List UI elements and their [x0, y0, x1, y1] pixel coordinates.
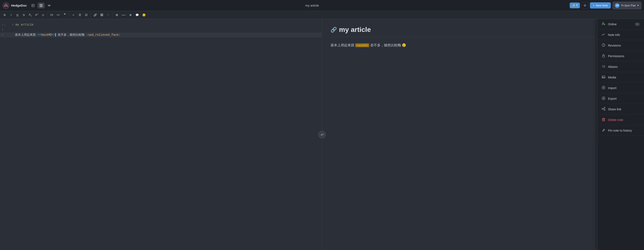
image-button[interactable]: 🖼 — [99, 12, 105, 17]
strikethrough-button[interactable]: S — [21, 12, 27, 17]
chevron-down-icon: ▼ — [637, 4, 639, 6]
hedgedoc-logo-icon — [2, 2, 9, 9]
import-label: Import — [608, 86, 640, 90]
delete-note-label: Delete note — [608, 118, 640, 122]
dropdown-menu: Online 1 Note info Revisions Permissions — [597, 19, 644, 250]
heading-text: my article — [16, 23, 34, 26]
sync-icon: ⇄ — [321, 132, 324, 136]
comment-button[interactable]: 💬 — [134, 12, 140, 17]
highlight-button[interactable]: ◇ — [40, 12, 46, 17]
svg-point-1 — [5, 5, 6, 6]
export-icon — [602, 96, 606, 101]
aliases-label: Aliases — [608, 65, 640, 68]
editor-content[interactable]: 1 ∨ # my article 2 3 基本上用 — [0, 19, 322, 250]
superscript-button[interactable]: A2 — [34, 12, 40, 17]
menu-item-revisions[interactable]: Revisions — [597, 40, 644, 51]
logo-area: HedgeDoc — [2, 2, 27, 9]
italic-button[interactable]: I — [8, 12, 14, 17]
line-content-3: 基本上用起來跟 ==HackMD== 差不多，雖然比較醜 :sad_reliev… — [10, 32, 320, 38]
toolbar-separator-3 — [90, 13, 91, 17]
line-number-1: 1 ∨ — [2, 22, 10, 27]
settings-button[interactable]: ⚙ — [582, 2, 588, 9]
preview-pane: 🔗 my article 基本上用起來跟 HackMD 差不多，雖然比較醜 😢 — [322, 19, 644, 250]
media-label: Media — [608, 76, 640, 79]
gear-icon: ⚙ — [584, 3, 586, 7]
editor-pane: 1 ∨ # my article 2 3 基本上用 — [0, 19, 322, 250]
svg-point-19 — [604, 110, 605, 111]
menu-item-media[interactable]: Media — [597, 72, 644, 83]
editor-line-3: 3 基本上用起來跟 ==HackMD== 差不多，雖然比較醜 :sad_reli… — [0, 32, 322, 38]
svg-point-18 — [602, 109, 603, 110]
preview-title: 🔗 my article — [330, 26, 636, 37]
menu-item-import[interactable]: Import — [597, 83, 644, 93]
permissions-label: Permissions — [608, 54, 640, 58]
revisions-icon — [602, 43, 606, 48]
subscript-button[interactable]: A2 — [27, 12, 33, 18]
note-info-icon — [602, 32, 606, 37]
checkbox-button[interactable]: ☑ — [83, 12, 89, 17]
main-area: 1 ∨ # my article 2 3 基本上用 — [0, 19, 644, 250]
user-menu-button[interactable]: YP Yi-Jyun Pan ▼ — [612, 2, 642, 9]
note-info-label: Note info — [608, 33, 640, 37]
menu-item-pin-note[interactable]: Pin note to history — [597, 125, 644, 136]
upload-button[interactable]: ↑ — [105, 12, 111, 18]
table-button[interactable]: ⊞ — [114, 12, 120, 17]
fold-chevron-1[interactable]: ∨ — [4, 23, 5, 27]
line-number-2: 2 — [2, 27, 10, 32]
online-badge: 1 — [635, 22, 640, 26]
svg-point-8 — [602, 22, 604, 24]
online-label: Online — [608, 22, 632, 26]
svg-rect-6 — [41, 4, 42, 7]
permissions-icon — [602, 54, 606, 58]
view-edit-only-btn[interactable] — [30, 2, 37, 8]
menu-item-delete-note[interactable]: Delete note — [597, 115, 644, 125]
new-note-button[interactable]: + New Note — [590, 2, 611, 8]
plus-icon: + — [593, 4, 594, 7]
svg-rect-4 — [32, 5, 34, 6]
hr-button[interactable]: — — [120, 12, 127, 18]
menu-item-aliases[interactable]: Aliases — [597, 61, 644, 72]
bold-button[interactable]: B — [2, 12, 8, 17]
document-title: my article — [54, 3, 570, 7]
online-icon — [602, 22, 606, 26]
preview-body: 基本上用起來跟 HackMD 差不多，雖然比較醜 😢 — [330, 42, 636, 48]
import-icon — [602, 86, 606, 90]
menu-item-note-info[interactable]: Note info — [597, 29, 644, 40]
svg-line-21 — [603, 109, 604, 110]
editor-line-2: 2 — [0, 27, 322, 32]
menu-item-share-link[interactable]: Share link — [597, 104, 644, 115]
share-link-icon — [602, 107, 606, 111]
svg-point-17 — [604, 107, 605, 109]
menu-item-permissions[interactable]: Permissions — [597, 51, 644, 61]
underline-button[interactable]: U — [14, 12, 20, 17]
app-name: HedgeDoc — [11, 3, 27, 7]
menu-item-export[interactable]: Export — [597, 93, 644, 104]
list-ul-button[interactable]: ☰ — [77, 12, 83, 17]
preview-heading: my article — [339, 26, 371, 34]
svg-rect-5 — [40, 4, 41, 7]
user-name: Yi-Jyun Pan — [621, 4, 636, 7]
export-label: Export — [608, 97, 640, 100]
revisions-label: Revisions — [608, 44, 640, 47]
heading-button[interactable]: H1 — [49, 13, 55, 17]
link-button[interactable]: 🔗 — [92, 12, 98, 17]
link-icon: 🔗 — [330, 27, 337, 33]
emoji-button[interactable]: 😊 — [141, 12, 147, 17]
toolbar-separator-4 — [112, 13, 113, 17]
share-link-label: Share link — [608, 108, 640, 111]
split-toggle-button[interactable]: ⇄ — [318, 131, 326, 138]
view-preview-only-btn[interactable] — [46, 2, 53, 8]
svg-rect-22 — [602, 119, 604, 121]
help-icon: ✨ — [572, 4, 575, 7]
blockquote-button[interactable]: ❝ — [62, 12, 68, 18]
view-split-btn[interactable] — [38, 2, 45, 8]
code-button[interactable]: <> — [55, 12, 61, 17]
align-button[interactable]: ≡ — [70, 12, 76, 17]
more-button[interactable]: ⊕ — [128, 12, 134, 17]
media-icon — [602, 75, 606, 80]
menu-item-online[interactable]: Online 1 — [597, 19, 644, 29]
header-right-actions: ✨ ? ⚙ + New Note YP Yi-Jyun Pan ▼ — [570, 2, 642, 9]
help-button[interactable]: ✨ ? — [570, 2, 580, 8]
svg-marker-12 — [604, 66, 605, 68]
svg-rect-3 — [32, 5, 33, 5]
